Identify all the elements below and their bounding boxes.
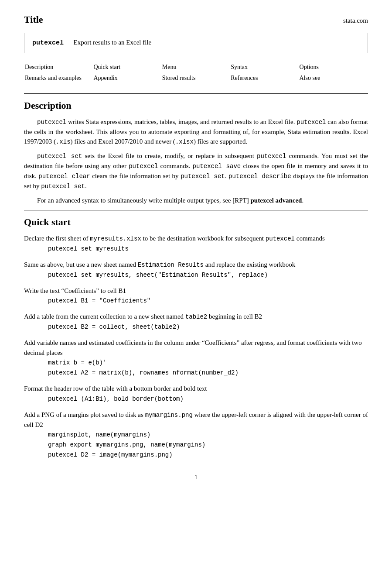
qs-code-4: putexcel B2 = collect, sheet(table2) xyxy=(48,323,368,332)
qs-item-5: Add variable names and estimated coeffic… xyxy=(24,338,368,378)
qs-code-2: putexcel set myresults, sheet("Estimatio… xyxy=(48,271,368,280)
page-number: 1 xyxy=(194,474,198,481)
title-description: Export results to an Excel file xyxy=(74,39,152,46)
qs-item-4: Add a table from the current collection … xyxy=(24,312,368,332)
page-header: Title stata.com xyxy=(24,12,368,27)
qs-code-7a: marginsplot, name(mymargins) xyxy=(48,430,368,440)
stata-brand: stata.com xyxy=(343,16,368,26)
qs-desc-1: Declare the first sheet of myresults.xls… xyxy=(24,234,368,244)
qs-desc-5: Add variable names and estimated coeffic… xyxy=(24,338,368,357)
description-para-3: For an advanced syntax to simultaneously… xyxy=(24,196,368,206)
page: Title stata.com putexcel — Export result… xyxy=(0,0,392,574)
page-footer: 1 xyxy=(24,473,368,486)
quickstart-heading: Quick start xyxy=(24,215,368,229)
nav-options[interactable]: Options xyxy=(300,64,319,70)
nav-references[interactable]: References xyxy=(231,75,258,81)
qs-desc-6: Format the header row of the table with … xyxy=(24,384,368,394)
qs-desc-2: Same as above, but use a new sheet named… xyxy=(24,260,368,270)
nav-table: Description Quick start Menu Syntax Opti… xyxy=(24,61,368,84)
qs-item-2: Same as above, but use a new sheet named… xyxy=(24,260,368,280)
description-para-1: putexcel writes Stata expressions, matri… xyxy=(24,117,368,147)
description-para-2: putexcel set sets the Excel file to crea… xyxy=(24,151,368,191)
qs-desc-3: Write the text “Coefficients” to cell B1 xyxy=(24,286,368,296)
qs-code-7c: putexcel D2 = image(mymargins.png) xyxy=(48,450,368,460)
nav-appendix[interactable]: Appendix xyxy=(93,75,117,81)
nav-alsosee[interactable]: Also see xyxy=(300,75,320,81)
qs-code-3: putexcel B1 = "Coefficients" xyxy=(48,296,368,306)
qs-desc-7: Add a PNG of a margins plot saved to dis… xyxy=(24,410,368,430)
qs-desc-4: Add a table from the current collection … xyxy=(24,312,368,322)
quickstart-divider xyxy=(24,210,368,210)
qs-code-5a: matrix b = e(b)' xyxy=(48,358,368,368)
qs-item-6: Format the header row of the table with … xyxy=(24,384,368,404)
description-heading: Description xyxy=(24,98,368,113)
page-title: Title xyxy=(24,12,43,27)
nav-syntax[interactable]: Syntax xyxy=(231,64,248,70)
nav-quickstart[interactable]: Quick start xyxy=(93,64,120,70)
qs-code-7b: graph export mymargins.png, name(mymargi… xyxy=(48,440,368,450)
qs-item-3: Write the text “Coefficients” to cell B1… xyxy=(24,286,368,306)
qs-item-1: Declare the first sheet of myresults.xls… xyxy=(24,234,368,254)
title-cmd: putexcel xyxy=(32,39,64,47)
nav-remarks[interactable]: Remarks and examples xyxy=(25,75,82,81)
qs-item-7: Add a PNG of a margins plot saved to dis… xyxy=(24,410,368,460)
qs-code-5b: putexcel A2 = matrix(b), rownames nforma… xyxy=(48,368,368,378)
qs-code-6: putexcel (A1:B1), bold border(bottom) xyxy=(48,395,368,404)
title-box: putexcel — Export results to an Excel fi… xyxy=(24,33,368,53)
nav-description[interactable]: Description xyxy=(25,64,53,70)
section-divider xyxy=(24,93,368,94)
qs-code-1: putexcel set myresults xyxy=(48,244,368,254)
nav-menu[interactable]: Menu xyxy=(162,64,177,70)
nav-stored[interactable]: Stored results xyxy=(162,75,196,81)
title-dash: — xyxy=(65,39,72,46)
